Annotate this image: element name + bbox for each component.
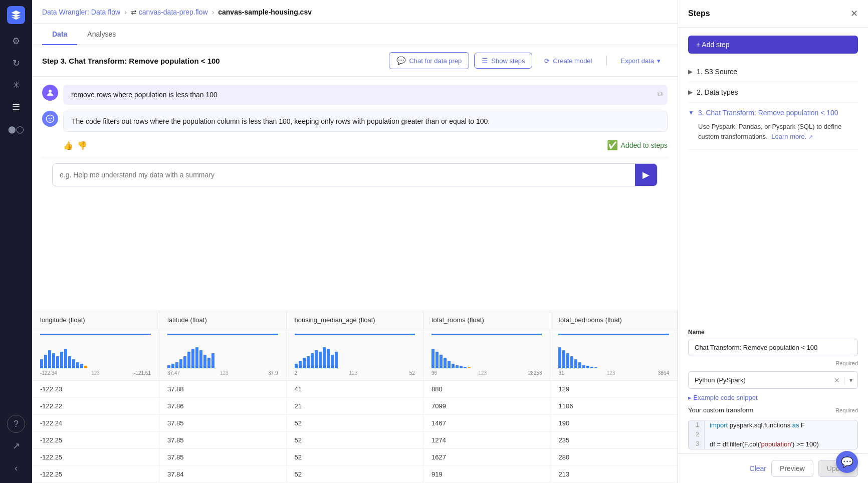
step-3-header[interactable]: ▼ 3. Chat Transform: Remove population <… xyxy=(688,109,858,117)
cell-longitude-0: -122.23 xyxy=(32,381,159,398)
chat-for-data-prep-button[interactable]: 💬 Chat for data prep xyxy=(389,52,469,69)
create-model-label: Create model xyxy=(553,57,592,65)
cell-latitude-1: 37.86 xyxy=(159,398,287,415)
bar xyxy=(76,362,79,368)
cell-total-rooms-5: 919 xyxy=(423,466,550,483)
thumbs-down-button[interactable]: 👎 xyxy=(77,141,87,150)
list-icon[interactable]: ☰ xyxy=(7,98,25,116)
cell-housing-age-3: 52 xyxy=(286,432,423,449)
cell-total-rooms-2: 1467 xyxy=(423,415,550,432)
table-row: -122.23 37.88 41 880 129 xyxy=(32,381,678,398)
select-arrow-icon[interactable]: ▾ xyxy=(844,377,857,384)
breadcrumb-file1-wrap: ⇄ canvas-data-prep.flow xyxy=(131,8,208,16)
table-header-row: longitude (float) latitude (float) housi… xyxy=(32,311,678,329)
step-item-3: ▼ 3. Chat Transform: Remove population <… xyxy=(688,103,858,150)
show-steps-button[interactable]: ☰ Show steps xyxy=(474,53,532,69)
bar xyxy=(578,362,581,368)
name-field-input[interactable] xyxy=(688,339,858,356)
cell-total-bedrooms-4: 280 xyxy=(550,449,678,466)
bar xyxy=(203,355,206,368)
bar xyxy=(319,352,322,368)
help-icon[interactable]: ? xyxy=(7,415,25,433)
step-3-content: Use Pyspark, Pandas, or Pyspark (SQL) to… xyxy=(688,117,858,143)
breadcrumb-root[interactable]: Data Wrangler: Data flow xyxy=(42,8,120,16)
bar xyxy=(315,350,318,368)
bot-bubble: The code filters out rows where the popu… xyxy=(63,111,668,132)
line-num-3: 3 xyxy=(689,439,705,449)
settings-icon[interactable]: ⚙ xyxy=(7,32,25,50)
cell-total-rooms-1: 7099 xyxy=(423,398,550,415)
create-model-button[interactable]: ⟳ Create model xyxy=(537,54,599,68)
bar xyxy=(56,356,59,368)
steps-icon: ☰ xyxy=(482,57,488,65)
bar xyxy=(175,362,178,368)
example-snippet-toggle[interactable]: ▸ Example code snippet xyxy=(678,389,868,406)
cell-total-bedrooms-0: 129 xyxy=(550,381,678,398)
col-header-total-rooms: total_rooms (float) xyxy=(423,311,550,329)
histogram-bars-housing-age xyxy=(295,338,415,368)
select-clear-icon[interactable]: ✕ xyxy=(830,376,844,384)
bar xyxy=(436,352,439,368)
bar xyxy=(582,365,585,368)
add-step-button[interactable]: + Add step xyxy=(688,36,858,54)
bar xyxy=(84,366,87,368)
step-header: Step 3. Chat Transform: Remove populatio… xyxy=(32,45,678,77)
hist-range-longitude: -122.34 123 -121.61 xyxy=(40,370,151,376)
copy-icon[interactable]: ⧉ xyxy=(658,90,663,98)
external-link-icon: ↗ xyxy=(808,134,813,140)
cell-housing-age-2: 52 xyxy=(286,415,423,432)
code-line-2: 2 xyxy=(689,430,857,439)
bar xyxy=(179,359,182,368)
close-panel-button[interactable]: ✕ xyxy=(850,8,858,19)
step-2-header[interactable]: ▶ 2. Data types xyxy=(688,88,858,96)
name-field-section: Name xyxy=(678,323,868,360)
hist-range-housing-age: 2 123 52 xyxy=(295,370,415,376)
line-content-2 xyxy=(705,430,717,439)
histogram-total-bedrooms: 31 123 3864 xyxy=(550,329,678,381)
bar xyxy=(171,364,174,368)
cell-latitude-0: 37.88 xyxy=(159,381,287,398)
tab-analyses[interactable]: Analyses xyxy=(77,24,126,45)
clear-button[interactable]: Clear xyxy=(750,460,766,477)
bar xyxy=(594,367,597,368)
add-step-label: + Add step xyxy=(696,41,730,49)
code-editor[interactable]: 1 import pyspark.sql.functions as F 2 3 … xyxy=(688,420,858,449)
step-2-chevron: ▶ xyxy=(688,89,693,96)
bar xyxy=(167,365,170,368)
toggle-icon[interactable]: ⬤◯ xyxy=(7,120,25,138)
cell-total-bedrooms-5: 213 xyxy=(550,466,678,483)
app-logo[interactable] xyxy=(7,6,25,24)
bot-message: The code filters out rows where the popu… xyxy=(42,111,668,132)
refresh-icon[interactable]: ↻ xyxy=(7,54,25,72)
step-1-header[interactable]: ▶ 1. S3 Source xyxy=(688,68,858,76)
bar xyxy=(68,356,71,368)
svg-point-1 xyxy=(47,115,54,123)
bar xyxy=(570,356,573,368)
learn-more-link[interactable]: Learn more. ↗ xyxy=(771,133,813,140)
collapse-icon[interactable]: ‹ xyxy=(7,459,25,477)
table-row: -122.24 37.85 52 1467 190 xyxy=(32,415,678,432)
bar xyxy=(558,347,561,368)
chat-send-button[interactable]: ▶ xyxy=(635,164,657,186)
language-select[interactable]: Python (PySpark) ✕ ▾ xyxy=(688,371,858,389)
bar xyxy=(207,358,210,368)
thumbs-up-button[interactable]: 👍 xyxy=(63,141,73,150)
histogram-bars-longitude xyxy=(40,338,151,368)
col-header-longitude: longitude (float) xyxy=(32,311,159,329)
export-icon[interactable]: ↗ xyxy=(7,437,25,455)
tab-data[interactable]: Data xyxy=(42,24,77,45)
line-content-1: import pyspark.sql.functions as F xyxy=(705,420,810,430)
chat-fab-button[interactable]: 💬 xyxy=(836,451,858,473)
asterisk-icon[interactable]: ✳ xyxy=(7,76,25,94)
cell-longitude-4: -122.25 xyxy=(32,449,159,466)
bar xyxy=(566,353,569,368)
main-area: Data Wrangler: Data flow › ⇄ canvas-data… xyxy=(32,0,678,483)
hist-range-total-bedrooms: 31 123 3864 xyxy=(558,370,669,376)
histogram-latitude: 37.47 123 37.9 xyxy=(159,329,287,381)
breadcrumb-file1[interactable]: canvas-data-prep.flow xyxy=(139,8,208,16)
chat-input[interactable] xyxy=(53,165,635,185)
svg-point-0 xyxy=(49,90,52,93)
export-data-button[interactable]: Export data ▾ xyxy=(614,54,668,68)
histogram-bars-total-bedrooms xyxy=(558,338,669,368)
preview-button[interactable]: Preview xyxy=(771,460,813,477)
